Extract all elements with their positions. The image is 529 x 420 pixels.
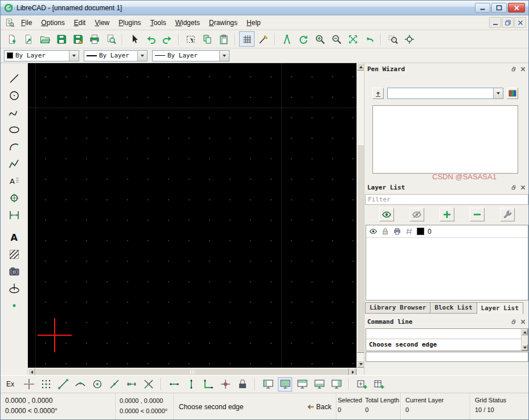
snap-middle-button[interactable] xyxy=(107,377,121,392)
spline-tool-button[interactable] xyxy=(7,105,22,120)
snap-distance-button[interactable] xyxy=(124,377,138,392)
maximize-button[interactable] xyxy=(491,3,507,13)
menu-widgets[interactable]: Widgets xyxy=(171,17,204,29)
open-button[interactable] xyxy=(37,31,52,47)
add-pen-button[interactable] xyxy=(372,88,384,99)
layer-filter-input[interactable] xyxy=(365,194,528,205)
menu-view[interactable]: View xyxy=(90,17,114,29)
lock-relative-zero-button[interactable] xyxy=(235,377,249,392)
show-all-layers-button[interactable] xyxy=(379,208,394,221)
add-layer-button[interactable] xyxy=(440,208,454,221)
add-widget-button[interactable] xyxy=(372,377,386,392)
copy-button[interactable] xyxy=(199,31,215,47)
draft-mode-button[interactable] xyxy=(256,31,271,47)
scroll-up-button[interactable] xyxy=(522,329,528,335)
minimize-button[interactable] xyxy=(475,3,490,13)
restrict-vertical-button[interactable] xyxy=(184,377,198,392)
arc-tool-button[interactable] xyxy=(7,139,22,154)
vertical-scrollbar[interactable] xyxy=(356,63,364,368)
set-relative-zero-button[interactable] xyxy=(218,377,232,392)
circle-tool-button[interactable] xyxy=(7,88,22,103)
dock-bottom-button[interactable] xyxy=(312,377,326,392)
dock-top-button[interactable] xyxy=(295,377,309,392)
zoom-auto-button[interactable] xyxy=(345,31,360,47)
print-preview-button[interactable] xyxy=(103,31,118,47)
pen-wizard-combobox[interactable] xyxy=(387,88,503,99)
zoom-in-button[interactable] xyxy=(312,31,327,47)
combo-arrow-button[interactable] xyxy=(219,51,229,61)
dock-float-button[interactable] xyxy=(509,65,517,73)
command-history[interactable]: Choose second edge xyxy=(366,328,528,351)
image-tool-button[interactable] xyxy=(7,264,22,279)
ellipse-tool-button[interactable] xyxy=(7,122,22,137)
undo-button[interactable] xyxy=(143,31,158,47)
text-tool-button[interactable]: A xyxy=(7,230,22,245)
insert-block-tool-button[interactable] xyxy=(7,191,22,205)
menu-options[interactable]: Options xyxy=(36,17,69,29)
snap-on-entity-button[interactable] xyxy=(73,377,87,392)
dock-close-button[interactable] xyxy=(519,318,527,326)
point-tool-button[interactable] xyxy=(7,298,22,313)
combo-arrow-button[interactable] xyxy=(493,88,503,98)
save-as-button[interactable] xyxy=(70,31,85,47)
dimension-tool-button[interactable] xyxy=(7,208,22,223)
menu-drawings[interactable]: Drawings xyxy=(204,17,242,29)
scroll-down-button[interactable] xyxy=(522,344,528,351)
tab-layer-list[interactable]: Layer List xyxy=(477,302,523,314)
dock-float-button[interactable] xyxy=(509,318,517,326)
mtext-tool-button[interactable]: A xyxy=(7,174,22,188)
zoom-pan-button[interactable] xyxy=(401,31,417,47)
snap-center-button[interactable] xyxy=(90,377,104,392)
tab-library-browser[interactable]: Library Browser xyxy=(365,302,430,314)
mdi-close-button[interactable] xyxy=(514,17,526,28)
dock-float-button[interactable] xyxy=(509,183,517,191)
drawing-canvas[interactable] xyxy=(28,63,356,368)
menu-tools[interactable]: Tools xyxy=(146,17,171,29)
block-tool-button[interactable] xyxy=(7,281,22,296)
dock-right-button[interactable] xyxy=(329,377,343,392)
zoom-window-button[interactable] xyxy=(385,31,400,47)
remove-layer-button[interactable] xyxy=(470,208,485,221)
menu-file[interactable]: File xyxy=(17,17,36,29)
new-document-button[interactable] xyxy=(4,31,19,47)
layer-print-icon[interactable] xyxy=(393,227,401,236)
snap-grid-button[interactable] xyxy=(39,377,53,392)
command-input[interactable] xyxy=(366,352,528,361)
restrict-orthogonal-button[interactable] xyxy=(201,377,215,392)
menu-plugins[interactable]: Plugins xyxy=(114,17,145,29)
command-history-scrollbar[interactable] xyxy=(521,329,528,351)
menu-edit[interactable]: Edit xyxy=(69,17,91,29)
save-button[interactable] xyxy=(54,31,69,47)
layer-lock-icon[interactable] xyxy=(381,227,389,236)
snap-endpoint-button[interactable] xyxy=(56,377,70,392)
layer-color-swatch[interactable] xyxy=(417,228,424,235)
paste-button[interactable] xyxy=(216,31,231,47)
pen-width-combobox[interactable]: By Layer xyxy=(84,50,147,61)
close-button[interactable] xyxy=(508,3,525,13)
menu-help[interactable]: Help xyxy=(242,17,265,29)
snap-free-button[interactable] xyxy=(22,377,36,392)
polyline-tool-button[interactable] xyxy=(7,157,22,171)
zoom-out-button[interactable] xyxy=(329,31,344,47)
line-tool-button[interactable] xyxy=(7,71,22,86)
redo-button[interactable] xyxy=(159,31,175,47)
color-picker-button[interactable] xyxy=(507,88,518,99)
new-from-template-button[interactable] xyxy=(20,31,36,47)
dock-left-button[interactable] xyxy=(261,377,275,392)
mdi-restore-button[interactable] xyxy=(502,17,514,28)
layer-name[interactable]: 0 xyxy=(428,228,432,236)
hatch-tool-button[interactable] xyxy=(7,247,22,262)
dock-main-button[interactable] xyxy=(278,377,292,392)
pen-linetype-combobox[interactable]: By Layer xyxy=(152,50,229,61)
layer-row[interactable]: 0 xyxy=(366,225,528,238)
snap-intersection-button[interactable] xyxy=(141,377,155,392)
mdi-minimize-button[interactable] xyxy=(489,17,501,28)
print-button[interactable] xyxy=(87,31,102,47)
layer-construction-icon[interactable] xyxy=(405,227,413,236)
layer-visibility-icon[interactable] xyxy=(369,227,378,236)
tab-block-list[interactable]: Block List xyxy=(430,302,477,314)
dock-close-button[interactable] xyxy=(519,65,527,73)
selection-pointer-button[interactable] xyxy=(126,31,142,47)
select-window-button[interactable] xyxy=(183,31,198,47)
combo-arrow-button[interactable] xyxy=(137,51,147,61)
